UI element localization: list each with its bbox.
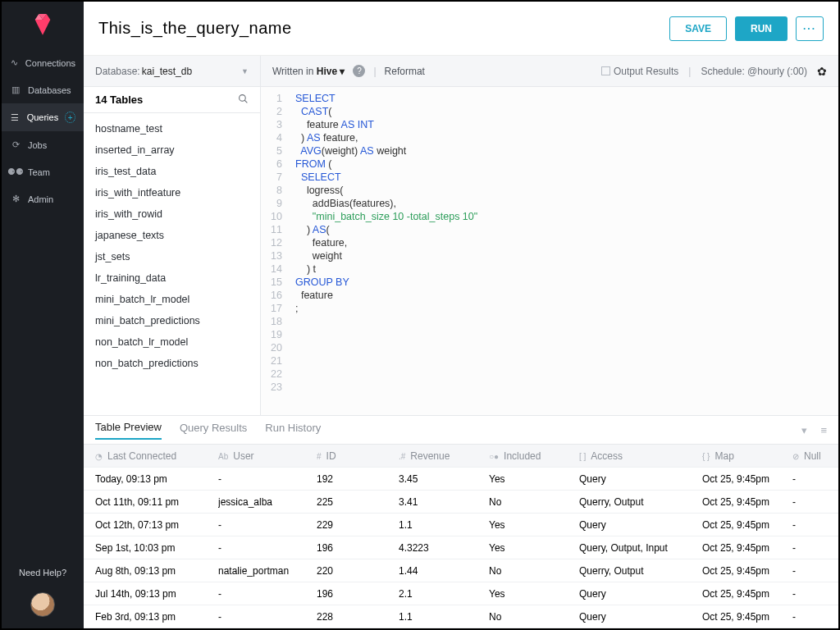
table-row[interactable]: Aug 8th, 09:13 pmnatalie_portman2201.44N…: [84, 559, 838, 582]
query-name[interactable]: This_is_the_query_name: [98, 19, 292, 38]
tab-table-preview[interactable]: Table Preview: [95, 421, 162, 440]
help-link[interactable]: Need Help?: [2, 559, 84, 586]
column-header[interactable]: ⊘Null: [792, 450, 840, 462]
sidebar-item-team[interactable]: ⚈⚈Team: [2, 158, 84, 185]
column-header[interactable]: AbUser: [218, 450, 317, 462]
table-item[interactable]: non_batch_lr_model: [84, 331, 260, 353]
svg-point-4: [240, 94, 246, 101]
database-selector[interactable]: Database: kai_test_db ▼: [84, 56, 260, 87]
cell: No: [489, 611, 579, 623]
results-grid: ◔Last ConnectedAbUser#ID.#Revenue○●Inclu…: [84, 444, 838, 628]
tables-list: hostname_testinserted_in_arrayiris_test_…: [84, 113, 260, 415]
table-item[interactable]: mini_batch_predictions: [84, 310, 260, 331]
cell: 225: [317, 496, 399, 508]
column-header[interactable]: [ ]Access: [579, 450, 702, 462]
search-icon[interactable]: [238, 94, 249, 107]
cell: -: [792, 542, 840, 554]
sidebar: ∿Connections ▥Databases ☰Queries+ ⟳Jobs …: [2, 2, 84, 628]
column-header[interactable]: ◔Last Connected: [95, 450, 218, 462]
database-value: kai_test_db: [142, 66, 192, 77]
queries-icon: ☰: [10, 112, 21, 123]
collapse-icon[interactable]: ▾: [801, 424, 807, 436]
run-button[interactable]: RUN: [735, 16, 788, 41]
cell: Query: [579, 473, 702, 485]
cell: 3.45: [399, 473, 489, 485]
add-query-icon[interactable]: +: [65, 112, 75, 123]
cell: No: [489, 496, 579, 508]
database-label: Database:: [95, 66, 140, 77]
table-header-row: ◔Last ConnectedAbUser#ID.#Revenue○●Inclu…: [84, 445, 838, 468]
column-header[interactable]: { }Map: [702, 450, 792, 462]
sidebar-item-queries[interactable]: ☰Queries+: [2, 103, 84, 131]
cell: -: [792, 611, 840, 623]
table-row[interactable]: Oct 12th, 07:13 pm-2291.1YesQueryOct 25,…: [84, 514, 838, 536]
save-button[interactable]: SAVE: [669, 16, 727, 41]
table-item[interactable]: hostname_test: [84, 118, 260, 139]
tables-header: 14 Tables: [84, 87, 260, 113]
checkbox-icon: [601, 66, 610, 75]
table-item[interactable]: iris_test_data: [84, 161, 260, 182]
gear-icon[interactable]: ✿: [817, 65, 827, 78]
table-item[interactable]: iris_with_intfeature: [84, 182, 260, 203]
table-row[interactable]: Today, 09:13 pm-1923.45YesQueryOct 25, 9…: [84, 468, 838, 491]
table-item[interactable]: non_batch_predictions: [84, 353, 260, 374]
tables-pane: Database: kai_test_db ▼ 14 Tables hostna…: [84, 56, 261, 415]
cell: 3.41: [399, 496, 489, 508]
cell: natalie_portman: [218, 565, 317, 577]
tab-query-results[interactable]: Query Results: [180, 422, 247, 439]
cell: Oct 25, 9:45pm: [702, 611, 792, 623]
link-icon: ∿: [10, 57, 19, 68]
avatar[interactable]: [30, 592, 55, 617]
output-results-toggle[interactable]: Output Results: [601, 66, 678, 77]
language-selector[interactable]: Written in Hive ▾: [272, 66, 345, 77]
results-tabs: Table Preview Query Results Run History …: [84, 416, 838, 444]
tab-run-history[interactable]: Run History: [265, 422, 321, 439]
sidebar-item-databases[interactable]: ▥Databases: [2, 76, 84, 103]
cell: -: [792, 519, 840, 531]
table-row[interactable]: Oct 11th, 09:11 pmjessica_alba2253.41NoQ…: [84, 491, 838, 514]
table-row[interactable]: Jul 14th, 09:13 pm-1962.1YesQueryOct 25,…: [84, 582, 838, 605]
svg-line-5: [244, 100, 247, 103]
editor-toolbar: Written in Hive ▾ ? | Reformat Output Re…: [261, 56, 838, 87]
column-header[interactable]: .#Revenue: [399, 450, 489, 462]
sidebar-item-jobs[interactable]: ⟳Jobs: [2, 131, 84, 158]
cell: Jul 14th, 09:13 pm: [95, 588, 218, 600]
schedule-selector[interactable]: Schedule: @hourly (:00): [701, 66, 807, 77]
cell: 4.3223: [399, 542, 489, 554]
table-item[interactable]: iris_with_rowid: [84, 203, 260, 225]
cell: -: [218, 473, 317, 485]
cell: Oct 11th, 09:11 pm: [95, 496, 218, 508]
cell: 192: [317, 473, 399, 485]
table-item[interactable]: inserted_in_array: [84, 139, 260, 161]
cell: Oct 25, 9:45pm: [702, 588, 792, 600]
code-body[interactable]: SELECT CAST( feature AS INT ) AS feature…: [289, 87, 484, 415]
cell: Oct 25, 9:45pm: [702, 542, 792, 554]
tables-count: 14 Tables: [95, 94, 143, 106]
table-row[interactable]: Feb 3rd, 09:13 pm-2281.1NoQueryOct 25, 9…: [84, 605, 838, 628]
column-header[interactable]: #ID: [317, 450, 399, 462]
column-header[interactable]: ○●Included: [489, 450, 579, 462]
table-item[interactable]: jst_sets: [84, 246, 260, 267]
table-row[interactable]: Sep 1st, 10:03 pm-1964.3223YesQuery, Out…: [84, 536, 838, 559]
more-button[interactable]: ···: [796, 16, 824, 41]
table-item[interactable]: lr_training_data: [84, 267, 260, 289]
help-icon[interactable]: ?: [353, 65, 365, 77]
chevron-down-icon: ▼: [241, 67, 249, 75]
editor-pane: Written in Hive ▾ ? | Reformat Output Re…: [261, 56, 838, 415]
sidebar-item-admin[interactable]: ✻Admin: [2, 185, 84, 212]
code-editor[interactable]: 1234567891011121314151617181920212223 SE…: [261, 87, 838, 415]
reformat-button[interactable]: Reformat: [385, 66, 425, 77]
table-item[interactable]: japanese_texts: [84, 225, 260, 246]
table-item[interactable]: mini_batch_lr_model: [84, 289, 260, 310]
cell: Yes: [489, 473, 579, 485]
cell: Oct 25, 9:45pm: [702, 496, 792, 508]
cell: Yes: [489, 519, 579, 531]
cell: jessica_alba: [218, 496, 317, 508]
svg-marker-0: [35, 20, 51, 35]
menu-icon[interactable]: ≡: [820, 424, 827, 436]
cell: -: [218, 611, 317, 623]
header: This_is_the_query_name SAVE RUN ···: [84, 2, 838, 56]
sidebar-item-connections[interactable]: ∿Connections: [2, 49, 84, 76]
cell: Query, Output, Input: [579, 542, 702, 554]
cell: 196: [317, 542, 399, 554]
